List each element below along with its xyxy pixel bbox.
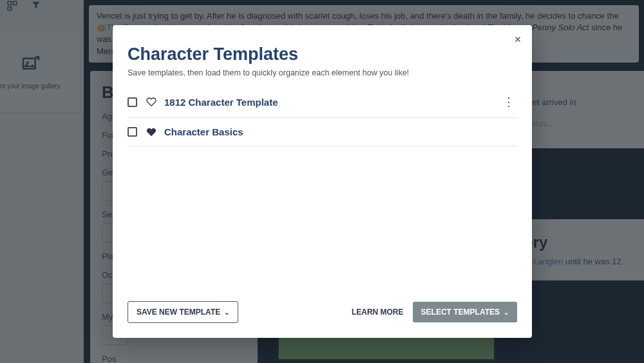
- checkbox[interactable]: [128, 127, 137, 137]
- template-list: 1812 Character Template ⋮ Character Basi…: [128, 86, 517, 292]
- heart-filled-icon[interactable]: [146, 127, 156, 137]
- modal-subtitle: Save templates, then load them to quickl…: [128, 68, 517, 77]
- save-new-template-button[interactable]: SAVE NEW TEMPLATE ⌄: [128, 301, 238, 323]
- more-vertical-icon[interactable]: ⋮: [500, 95, 517, 109]
- template-row[interactable]: Character Basics: [128, 118, 517, 146]
- template-row[interactable]: 1812 Character Template ⋮: [128, 86, 517, 118]
- template-name: 1812 Character Template: [164, 97, 500, 108]
- modal-title: Character Templates: [128, 44, 517, 64]
- template-name: Character Basics: [164, 126, 517, 137]
- select-templates-button[interactable]: SELECT TEMPLATES ⌄: [413, 302, 517, 322]
- learn-more-button[interactable]: LEARN MORE: [352, 308, 404, 317]
- heart-outline-icon[interactable]: [146, 97, 156, 107]
- chevron-down-icon: ⌄: [224, 309, 229, 316]
- character-templates-modal: Character Templates Save templates, then…: [113, 25, 532, 338]
- close-button[interactable]: [511, 33, 524, 46]
- checkbox[interactable]: [128, 97, 137, 107]
- chevron-down-icon: ⌄: [504, 309, 509, 316]
- modal-footer: SAVE NEW TEMPLATE ⌄ LEARN MORE SELECT TE…: [128, 301, 517, 323]
